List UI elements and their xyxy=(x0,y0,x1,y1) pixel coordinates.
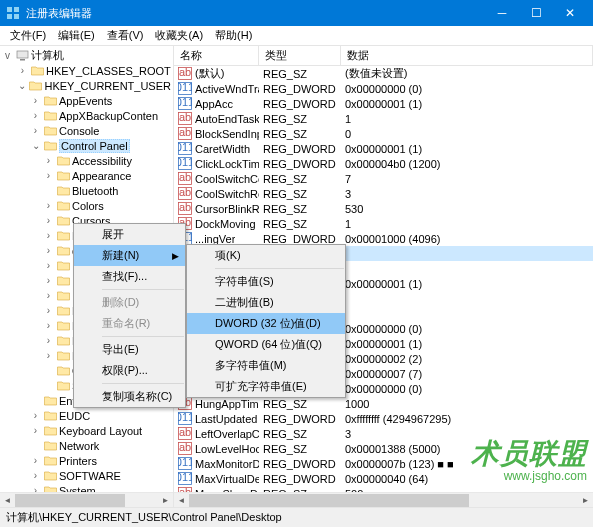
scroll-right-icon[interactable]: ► xyxy=(578,493,593,508)
tree-hscrollbar[interactable]: ◄ ► xyxy=(0,492,173,507)
menu-favorites[interactable]: 收藏夹(A) xyxy=(149,26,209,45)
value-name: CursorBlinkRate xyxy=(195,203,259,215)
tree-item[interactable]: ⌄HKEY_CURRENT_USER xyxy=(0,78,173,93)
menu-item[interactable]: 复制项名称(C) xyxy=(74,386,185,407)
list-row[interactable]: abBlockSendInp...REG_SZ0 xyxy=(174,126,593,141)
chevron-down-icon[interactable]: ⌄ xyxy=(16,80,27,91)
chevron-right-icon[interactable]: › xyxy=(30,425,41,436)
chevron-right-icon[interactable]: › xyxy=(30,110,41,121)
chevron-right-icon[interactable]: › xyxy=(43,335,54,346)
list-hscrollbar[interactable]: ◄ ► xyxy=(174,492,593,507)
value-data: 0x00000000 (0) xyxy=(345,83,422,95)
value-type: REG_DWORD xyxy=(263,233,336,245)
menu-view[interactable]: 查看(V) xyxy=(101,26,150,45)
menu-item[interactable]: 权限(P)... xyxy=(74,360,185,381)
tree-item[interactable]: ›AppEvents xyxy=(0,93,173,108)
tree-root[interactable]: v 计算机 xyxy=(0,48,173,63)
svg-text:ab: ab xyxy=(179,67,191,78)
list-row[interactable]: 011MaxMonitorDi...REG_DWORD0x0000007b (1… xyxy=(174,456,593,471)
list-row[interactable]: abLowLevelHook...REG_SZ0x00001388 (5000) xyxy=(174,441,593,456)
tree-item[interactable]: ›Console xyxy=(0,123,173,138)
chevron-right-icon[interactable]: › xyxy=(43,350,54,361)
value-data: 0x00000000 (0) xyxy=(345,383,422,395)
chevron-right-icon[interactable]: › xyxy=(30,125,41,136)
chevron-right-icon[interactable]: › xyxy=(43,170,54,181)
col-name[interactable]: 名称 xyxy=(174,46,259,65)
tree-item[interactable]: ⌄Control Panel xyxy=(0,138,173,153)
list-row[interactable]: abAutoEndTasksREG_SZ1 xyxy=(174,111,593,126)
close-button[interactable]: ✕ xyxy=(553,0,587,26)
list-row[interactable]: 011MaxVirtualDes...REG_DWORD0x00000040 (… xyxy=(174,471,593,486)
chevron-right-icon[interactable]: › xyxy=(43,320,54,331)
menu-item[interactable]: 导出(E) xyxy=(74,339,185,360)
chevron-right-icon[interactable]: › xyxy=(43,260,54,271)
list-row[interactable]: abLeftOverlapCh...REG_SZ3 xyxy=(174,426,593,441)
chevron-right-icon[interactable]: › xyxy=(43,155,54,166)
scroll-right-icon[interactable]: ► xyxy=(158,493,173,508)
menu-item-label: 项(K) xyxy=(215,248,241,263)
list-row[interactable]: 011LastUpdatedREG_DWORD0xffffffff (42949… xyxy=(174,411,593,426)
menu-item[interactable]: 展开 xyxy=(74,224,185,245)
tree-item[interactable]: ›Printers xyxy=(0,453,173,468)
tree-item[interactable]: ›HKEY_CLASSES_ROOT xyxy=(0,63,173,78)
list-row[interactable]: ab(默认)REG_SZ(数值未设置) xyxy=(174,66,593,81)
value-type: REG_DWORD xyxy=(263,83,336,95)
value-name: MaxVirtualDes... xyxy=(195,473,259,485)
menu-item[interactable]: 新建(N)▶ xyxy=(74,245,185,266)
chevron-right-icon[interactable]: › xyxy=(43,290,54,301)
chevron-right-icon[interactable]: › xyxy=(17,65,28,76)
list-row[interactable]: abDockMovingREG_SZ1 xyxy=(174,216,593,231)
tree-item[interactable]: ›Keyboard Layout xyxy=(0,423,173,438)
tree-item[interactable]: Bluetooth xyxy=(0,183,173,198)
menu-help[interactable]: 帮助(H) xyxy=(209,26,258,45)
tree-item[interactable]: ›SOFTWARE xyxy=(0,468,173,483)
list-row[interactable]: 011CaretWidthREG_DWORD0x00000001 (1) xyxy=(174,141,593,156)
list-row[interactable]: 011ClickLockTimeREG_DWORD0x000004b0 (120… xyxy=(174,156,593,171)
list-row[interactable]: abCoolSwitchRowsREG_SZ3 xyxy=(174,186,593,201)
chevron-right-icon[interactable]: › xyxy=(43,275,54,286)
chevron-down-icon[interactable]: v xyxy=(2,50,13,61)
menu-item[interactable]: DWORD (32 位)值(D) xyxy=(187,313,345,334)
chevron-right-icon[interactable]: › xyxy=(43,215,54,226)
list-row[interactable]: abHungAppTime...REG_SZ1000 xyxy=(174,396,593,411)
maximize-button[interactable]: ☐ xyxy=(519,0,553,26)
value-icon: ab xyxy=(178,427,192,440)
chevron-right-icon[interactable]: › xyxy=(30,455,41,466)
minimize-button[interactable]: ─ xyxy=(485,0,519,26)
chevron-right-icon[interactable]: › xyxy=(43,230,54,241)
menu-item[interactable]: 字符串值(S) xyxy=(187,271,345,292)
chevron-down-icon[interactable]: ⌄ xyxy=(30,140,41,151)
col-data[interactable]: 数据 xyxy=(341,46,593,65)
menu-item[interactable]: 可扩充字符串值(E) xyxy=(187,376,345,397)
list-row[interactable]: 011AppAccREG_DWORD0x00000001 (1) xyxy=(174,96,593,111)
scroll-left-icon[interactable]: ◄ xyxy=(174,493,189,508)
tree-item-label: AppXBackupConten xyxy=(59,110,158,122)
list-row[interactable]: abCursorBlinkRateREG_SZ530 xyxy=(174,201,593,216)
tree-item[interactable]: Network xyxy=(0,438,173,453)
menu-item[interactable]: QWORD (64 位)值(Q) xyxy=(187,334,345,355)
chevron-right-icon[interactable]: › xyxy=(43,245,54,256)
tree-item[interactable]: ›Accessibility xyxy=(0,153,173,168)
list-row[interactable]: 011ActiveWndTra...REG_DWORD0x00000000 (0… xyxy=(174,81,593,96)
value-icon: ab xyxy=(178,67,192,80)
scroll-left-icon[interactable]: ◄ xyxy=(0,493,15,508)
value-type: REG_SZ xyxy=(263,218,307,230)
menu-file[interactable]: 文件(F) xyxy=(4,26,52,45)
menu-item[interactable]: 项(K) xyxy=(187,245,345,266)
col-type[interactable]: 类型 xyxy=(259,46,341,65)
list-row[interactable]: abCoolSwitchCol...REG_SZ7 xyxy=(174,171,593,186)
menu-item[interactable]: 二进制值(B) xyxy=(187,292,345,313)
tree-item[interactable]: ›Appearance xyxy=(0,168,173,183)
tree-item[interactable]: ›AppXBackupConten xyxy=(0,108,173,123)
menu-item[interactable]: 多字符串值(M) xyxy=(187,355,345,376)
chevron-right-icon[interactable]: › xyxy=(30,410,41,421)
value-name: CaretWidth xyxy=(195,143,250,155)
menu-item[interactable]: 查找(F)... xyxy=(74,266,185,287)
chevron-right-icon[interactable]: › xyxy=(30,470,41,481)
menu-edit[interactable]: 编辑(E) xyxy=(52,26,101,45)
chevron-right-icon[interactable]: › xyxy=(30,95,41,106)
tree-item[interactable]: ›Colors xyxy=(0,198,173,213)
chevron-right-icon[interactable]: › xyxy=(43,200,54,211)
tree-item[interactable]: ›EUDC xyxy=(0,408,173,423)
chevron-right-icon[interactable]: › xyxy=(43,305,54,316)
